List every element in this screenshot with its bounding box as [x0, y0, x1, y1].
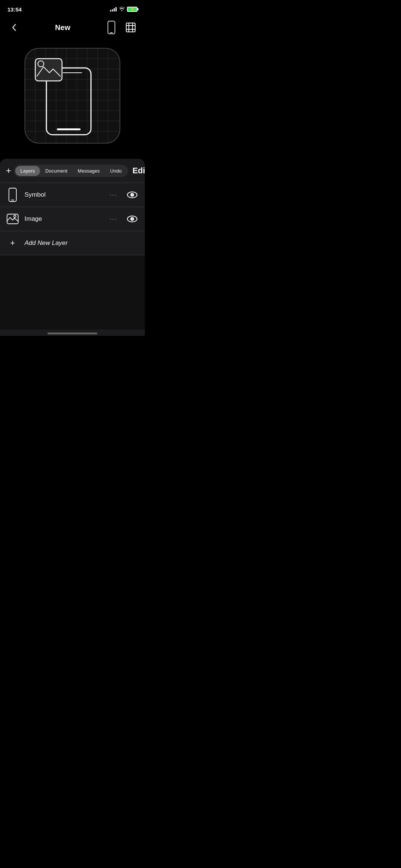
- symbol-layer-name: Symbol: [25, 191, 101, 199]
- tab-undo[interactable]: Undo: [105, 166, 127, 176]
- layer-item-symbol[interactable]: Symbol ···: [0, 183, 145, 207]
- tab-messages[interactable]: Messages: [72, 166, 105, 176]
- status-icons: ⚡: [110, 7, 137, 12]
- back-button[interactable]: [6, 19, 22, 36]
- symbol-layer-more[interactable]: ···: [107, 188, 120, 202]
- tab-layers[interactable]: Layers: [15, 166, 40, 176]
- svg-rect-0: [108, 21, 115, 34]
- svg-point-35: [14, 215, 16, 217]
- add-layer-top-button[interactable]: +: [6, 164, 11, 177]
- edit-button[interactable]: Edit: [133, 166, 145, 176]
- status-time: 13:54: [7, 6, 22, 13]
- svg-point-38: [131, 218, 133, 220]
- svg-point-33: [131, 194, 133, 196]
- add-new-layer-button[interactable]: + Add New Layer: [0, 231, 145, 255]
- image-layer-more[interactable]: ···: [107, 212, 120, 226]
- signal-icon: [110, 7, 117, 12]
- bottom-panel: + Layers Document Messages Undo Edit Sym…: [0, 159, 145, 255]
- home-indicator: [0, 330, 145, 336]
- canvas-area[interactable]: [0, 40, 145, 159]
- wifi-icon: [119, 7, 125, 12]
- nav-right-buttons: [103, 19, 139, 36]
- nav-bar: New: [0, 16, 145, 40]
- svg-rect-6: [126, 23, 135, 32]
- layer-item-image[interactable]: Image ···: [0, 207, 145, 231]
- page-title: New: [55, 23, 71, 32]
- symbol-layer-icon: [6, 188, 19, 202]
- image-layer-visibility[interactable]: [125, 212, 139, 226]
- image-layer-icon: [6, 212, 19, 226]
- svg-rect-25: [57, 128, 81, 130]
- tab-document[interactable]: Document: [40, 166, 72, 176]
- tabs-row: + Layers Document Messages Undo Edit: [0, 159, 145, 183]
- grid-button[interactable]: [123, 19, 139, 36]
- dark-area: [0, 255, 145, 330]
- symbol-layer-visibility[interactable]: [125, 188, 139, 202]
- image-layer-name: Image: [25, 215, 101, 223]
- phone-frame-button[interactable]: [103, 19, 120, 36]
- home-bar: [48, 333, 97, 334]
- add-layer-plus-icon: +: [6, 236, 19, 250]
- svg-rect-29: [9, 188, 16, 202]
- tabs-group: Layers Document Messages Undo: [14, 165, 128, 177]
- add-layer-label: Add New Layer: [25, 239, 68, 247]
- canvas-visual: [24, 48, 121, 144]
- status-bar: 13:54 ⚡: [0, 0, 145, 16]
- battery-icon: ⚡: [127, 7, 137, 12]
- svg-rect-27: [35, 59, 62, 81]
